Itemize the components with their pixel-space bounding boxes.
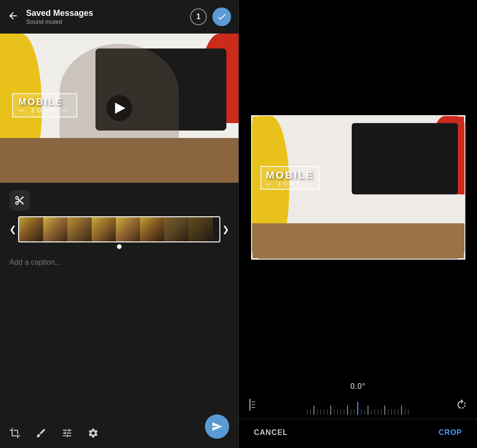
filmstrip-frame — [43, 217, 68, 241]
confirm-button[interactable] — [212, 7, 231, 26]
filmstrip-wrapper: ❮ ❯ — [0, 216, 238, 242]
right-panel: MOBILE — ZONE — 0.0° — [239, 0, 477, 448]
tick — [378, 409, 378, 415]
crop-handle-top-left[interactable] — [251, 115, 259, 123]
filmstrip-left-arrow[interactable]: ❮ — [7, 222, 18, 236]
tick — [347, 406, 348, 415]
filmstrip[interactable] — [18, 216, 220, 242]
bottom-toolbar — [0, 422, 238, 448]
crop-preview-container: MOBILE — ZONE — — [251, 115, 465, 260]
svg-rect-3 — [252, 407, 255, 408]
right-shelf — [352, 123, 458, 194]
rotation-ruler[interactable] — [267, 396, 448, 415]
crop-preview-area: MOBILE — ZONE — — [239, 0, 477, 375]
header-title-group: Saved Messages Sound muted — [26, 8, 190, 26]
table — [0, 138, 238, 183]
filmstrip-right-arrow[interactable]: ❯ — [220, 222, 231, 236]
crop-action-bar: CANCEL CROP — [239, 419, 477, 448]
filmstrip-frame — [68, 217, 92, 241]
tick — [307, 409, 307, 415]
toolbar-icons — [9, 427, 229, 439]
media-count-badge[interactable]: 1 — [190, 8, 207, 25]
tick — [344, 409, 344, 415]
tick — [408, 409, 409, 415]
scissors-area — [0, 183, 238, 214]
crop-handle-bottom-right[interactable] — [458, 252, 465, 260]
tick — [341, 409, 341, 415]
tick — [398, 409, 398, 415]
tick — [320, 409, 321, 415]
mobile-zone-overlay: MOBILE — ZONE — — [12, 93, 77, 117]
right-mobile-text: MOBILE — [266, 169, 314, 181]
crop-confirm-button[interactable]: CROP — [439, 428, 462, 437]
video-preview: MOBILE — ZONE — — [0, 34, 238, 183]
tick — [351, 409, 351, 415]
svg-rect-0 — [249, 399, 251, 411]
tick — [395, 409, 395, 415]
right-table — [252, 223, 464, 259]
header-actions: 1 — [190, 7, 231, 26]
crop-handle-bottom-left[interactable] — [251, 252, 259, 260]
right-mobile-zone: MOBILE — ZONE — — [260, 166, 320, 190]
filmstrip-frame — [189, 217, 213, 241]
tick — [354, 409, 354, 415]
right-zone-sub: — ZONE — — [266, 181, 314, 186]
tick — [313, 406, 314, 415]
mobile-zone-text: MOBILE — [19, 97, 71, 106]
filmstrip-frame — [116, 217, 140, 241]
scissors-button[interactable] — [9, 190, 30, 211]
rotation-right-icon[interactable] — [456, 399, 468, 413]
rotation-value: 0.0° — [350, 382, 366, 391]
play-icon — [115, 103, 125, 114]
send-button[interactable] — [205, 414, 229, 439]
tick — [361, 409, 361, 415]
settings-button[interactable] — [88, 427, 99, 439]
crop-video-frame[interactable]: MOBILE — ZONE — — [251, 115, 465, 260]
tick — [405, 409, 405, 415]
tick — [327, 409, 327, 415]
tick — [384, 406, 385, 415]
bottom-section: ❮ ❯ — [0, 183, 238, 448]
filmstrip-frame — [19, 217, 43, 241]
play-button[interactable] — [106, 95, 132, 121]
tick — [317, 409, 318, 415]
rotation-ruler-left-icon — [248, 398, 259, 414]
filmstrip-frame — [92, 217, 116, 241]
right-video-scene: MOBILE — ZONE — — [252, 116, 464, 259]
header: Saved Messages Sound muted 1 — [0, 0, 238, 34]
rotation-ruler-row — [248, 396, 468, 415]
tick — [371, 409, 372, 415]
back-button[interactable] — [7, 10, 19, 23]
crop-handle-top-right[interactable] — [458, 115, 465, 123]
header-subtitle: Sound muted — [26, 18, 190, 25]
filmstrip-container: ❮ ❯ — [0, 214, 238, 253]
caption-row — [0, 253, 238, 422]
ruler-ticks — [267, 396, 448, 415]
tick — [391, 409, 392, 415]
rotation-section: 0.0° — [239, 375, 477, 419]
crop-tool-button[interactable] — [9, 427, 20, 439]
filmstrip-frame — [140, 217, 164, 241]
tick — [334, 409, 334, 415]
caption-input[interactable] — [9, 258, 229, 267]
tick — [368, 406, 368, 415]
tick — [330, 406, 331, 415]
tick — [375, 409, 375, 415]
tick — [310, 409, 311, 415]
tick — [388, 409, 388, 415]
svg-rect-1 — [252, 401, 255, 402]
tick-center — [357, 402, 358, 415]
tick — [337, 409, 338, 415]
tick — [364, 409, 365, 415]
timeline-position-dot — [117, 244, 122, 249]
tick — [401, 406, 402, 415]
brush-tool-button[interactable] — [35, 427, 47, 439]
adjustments-button[interactable] — [61, 427, 73, 439]
zone-sub-text: — ZONE — — [19, 107, 71, 114]
tick — [324, 409, 324, 415]
person-silhouette — [60, 44, 179, 141]
filmstrip-frame — [164, 217, 189, 241]
cancel-button[interactable]: CANCEL — [254, 428, 288, 437]
header-title: Saved Messages — [26, 8, 190, 19]
tick — [381, 409, 382, 415]
